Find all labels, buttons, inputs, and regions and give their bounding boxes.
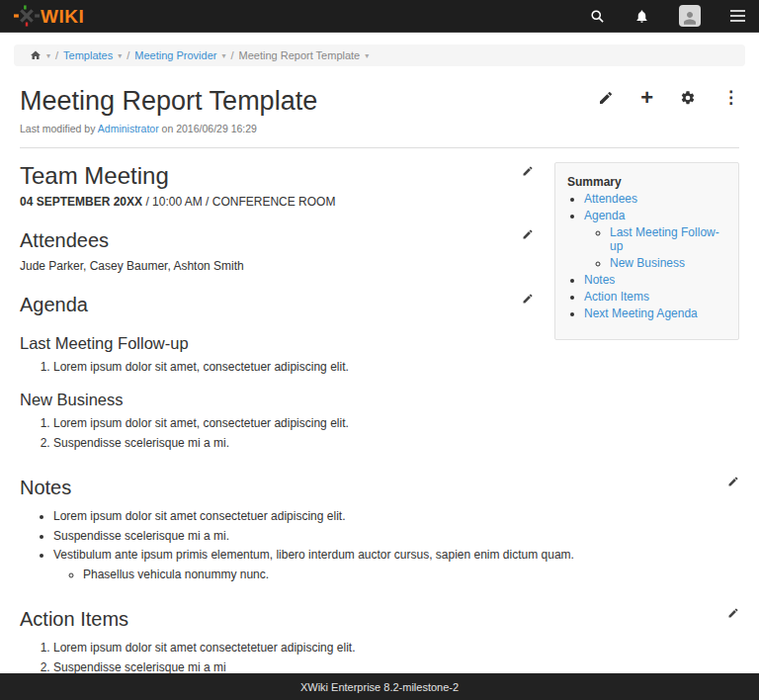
chevron-down-icon[interactable]: ▾ bbox=[221, 51, 225, 60]
more-kebab-icon[interactable]: ⋮ bbox=[722, 90, 739, 106]
doc-heading-notes: Notes bbox=[20, 476, 71, 499]
list-item: Vestibulum ante ipsum primis elementum, … bbox=[53, 546, 739, 585]
hamburger-menu-icon[interactable] bbox=[730, 10, 745, 22]
summary-link-action-items[interactable]: Action Items bbox=[584, 290, 649, 304]
last-modified-line: Last modified by Administrator on 2016/0… bbox=[0, 117, 759, 134]
breadcrumb-link-meeting-provider[interactable]: Meeting Provider bbox=[134, 49, 216, 61]
notifications-bell-icon[interactable] bbox=[634, 9, 649, 24]
chevron-down-icon[interactable]: ▾ bbox=[365, 51, 369, 60]
doc-heading-new-business: New Business bbox=[20, 391, 739, 410]
list-item: Next Meeting Agenda bbox=[584, 306, 730, 320]
document-content: Summary Attendees Agenda Last Meeting Fo… bbox=[0, 148, 759, 700]
breadcrumb-home-icon[interactable] bbox=[30, 49, 42, 61]
summary-link-new-business[interactable]: New Business bbox=[610, 256, 685, 270]
action-items-list: Lorem ipsum dolor sit amet consectetetue… bbox=[20, 639, 739, 678]
summary-link-next-meeting[interactable]: Next Meeting Agenda bbox=[584, 306, 698, 320]
summary-panel: Summary Attendees Agenda Last Meeting Fo… bbox=[554, 162, 739, 340]
doc-heading-attendees: Attendees bbox=[20, 228, 109, 252]
xwiki-asterisk-icon bbox=[14, 5, 40, 27]
modified-by-user-link[interactable]: Administrator bbox=[98, 123, 159, 134]
list-item: Last Meeting Follow-up bbox=[610, 225, 730, 253]
xwiki-logo-text: WIKI bbox=[41, 7, 84, 26]
list-item: Lorem ipsum dolor sit amet, consectetuer… bbox=[53, 358, 739, 378]
settings-gear-icon[interactable] bbox=[680, 90, 696, 106]
doc-heading-team-meeting: Team Meeting bbox=[20, 162, 169, 191]
list-item: Lorem ipsum dolor sit amet consectetetue… bbox=[53, 639, 739, 658]
chevron-down-icon[interactable]: ▾ bbox=[118, 51, 122, 60]
followup-list: Lorem ipsum dolor sit amet, consectetuer… bbox=[20, 358, 739, 378]
list-item: Phasellus vehicula nonummy nunc. bbox=[83, 566, 739, 585]
doc-heading-action-items: Action Items bbox=[20, 607, 128, 631]
list-item: Suspendisse scelerisque mi a mi. bbox=[53, 434, 739, 454]
page-header: Meeting Report Template + ⋮ bbox=[0, 66, 759, 117]
page-title: Meeting Report Template bbox=[20, 86, 317, 117]
user-avatar[interactable] bbox=[679, 5, 701, 27]
summary-link-followup[interactable]: Last Meeting Follow-up bbox=[610, 225, 719, 253]
section-edit-pencil-icon[interactable] bbox=[727, 476, 739, 487]
list-item: Notes bbox=[584, 273, 730, 287]
summary-link-agenda[interactable]: Agenda bbox=[584, 209, 625, 222]
summary-link-attendees[interactable]: Attendees bbox=[584, 192, 637, 206]
search-icon[interactable] bbox=[590, 9, 605, 24]
version-bottombar: XWiki Enterprise 8.2-milestone-2 bbox=[0, 673, 759, 700]
summary-link-notes[interactable]: Notes bbox=[584, 273, 615, 287]
summary-title: Summary bbox=[567, 175, 730, 189]
edit-pencil-icon[interactable] bbox=[598, 90, 614, 106]
list-item: Lorem ipsum dolor sit amet, consectetuer… bbox=[53, 414, 739, 434]
list-item: Agenda Last Meeting Follow-up New Busine… bbox=[584, 209, 730, 270]
list-item: Action Items bbox=[584, 290, 730, 304]
breadcrumb: ▾ / Templates ▾ / Meeting Provider ▾ / M… bbox=[14, 44, 745, 66]
notes-list: Lorem ipsum dolor sit amet consectetuer … bbox=[20, 507, 739, 585]
section-edit-pencil-icon[interactable] bbox=[727, 607, 739, 619]
section-edit-pencil-icon[interactable] bbox=[522, 293, 534, 305]
list-item: Lorem ipsum dolor sit amet consectetuer … bbox=[53, 507, 739, 527]
create-plus-icon[interactable]: + bbox=[640, 90, 653, 106]
list-item: Attendees bbox=[584, 192, 730, 206]
avatar-person-icon bbox=[679, 5, 701, 27]
page-actions: + ⋮ bbox=[598, 90, 739, 106]
top-navbar: WIKI bbox=[0, 0, 759, 33]
breadcrumb-current-page: Meeting Report Template bbox=[239, 49, 361, 61]
section-edit-pencil-icon[interactable] bbox=[522, 165, 534, 177]
list-item: Suspendisse scelerisque mi a mi. bbox=[53, 527, 739, 547]
doc-heading-agenda: Agenda bbox=[20, 293, 88, 316]
version-text: XWiki Enterprise 8.2-milestone-2 bbox=[300, 681, 459, 693]
navbar-actions bbox=[590, 5, 745, 27]
list-item: New Business bbox=[610, 256, 730, 270]
section-edit-pencil-icon[interactable] bbox=[522, 228, 534, 240]
breadcrumb-link-templates[interactable]: Templates bbox=[63, 49, 113, 61]
xwiki-logo[interactable]: WIKI bbox=[14, 5, 84, 27]
new-business-list: Lorem ipsum dolor sit amet, consectetuer… bbox=[20, 414, 739, 454]
chevron-down-icon[interactable]: ▾ bbox=[46, 51, 50, 60]
